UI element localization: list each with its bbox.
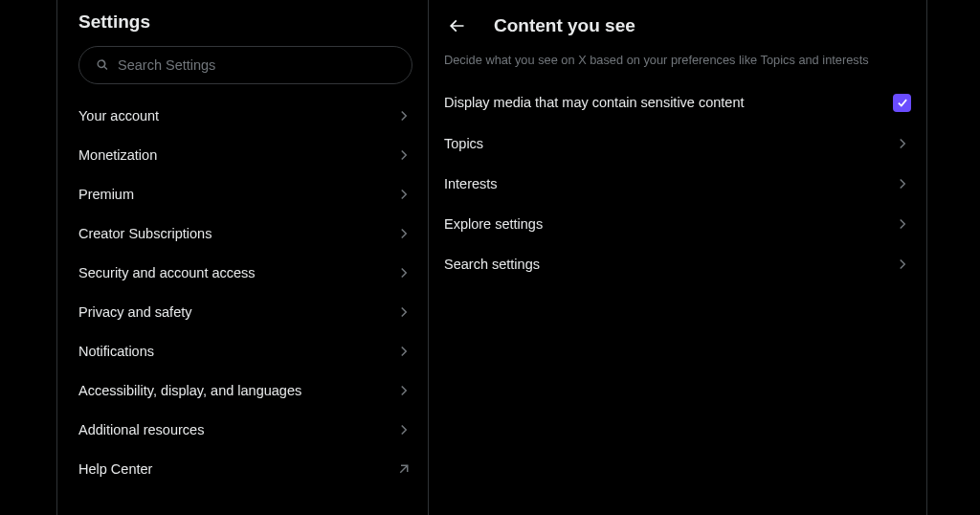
sidebar-item-notifications[interactable]: Notifications: [57, 331, 428, 370]
sidebar-item-label: Your account: [78, 108, 159, 123]
chevron-right-icon: [395, 382, 412, 399]
chevron-right-icon: [894, 215, 911, 233]
left-rail-spacer: [0, 0, 57, 515]
sidebar-item-label: Additional resources: [78, 422, 204, 437]
check-icon: [896, 96, 909, 109]
svg-line-0: [400, 465, 408, 473]
chevron-right-icon: [894, 256, 911, 273]
chevron-right-icon: [395, 146, 412, 164]
chevron-right-icon: [395, 107, 412, 124]
chevron-right-icon: [395, 264, 412, 281]
sidebar-item-label: Monetization: [78, 147, 157, 163]
external-link-icon: [395, 460, 412, 478]
sensitive-media-toggle-row[interactable]: Display media that may contain sensitive…: [429, 82, 926, 123]
content-row-explore-settings[interactable]: Explore settings: [429, 204, 926, 244]
sidebar-item-label: Premium: [78, 187, 134, 202]
sidebar-item-premium[interactable]: Premium: [57, 174, 428, 213]
back-button[interactable]: [440, 10, 473, 42]
chevron-right-icon: [395, 303, 412, 321]
arrow-left-icon: [447, 16, 466, 35]
content-row-label: Interests: [444, 176, 498, 191]
settings-list: Your account Monetization Premium Creato…: [57, 90, 428, 488]
chevron-right-icon: [894, 175, 911, 192]
sidebar-item-label: Help Center: [78, 461, 152, 477]
chevron-right-icon: [395, 186, 412, 203]
sensitive-media-checkbox[interactable]: [893, 94, 911, 112]
sidebar-item-label: Accessibility, display, and languages: [78, 383, 301, 398]
chevron-right-icon: [395, 421, 412, 438]
sidebar-item-additional-resources[interactable]: Additional resources: [57, 410, 428, 449]
sidebar-item-accessibility[interactable]: Accessibility, display, and languages: [57, 370, 428, 410]
content-description: Decide what you see on X based on your p…: [429, 50, 926, 82]
sidebar-item-help-center[interactable]: Help Center: [57, 449, 428, 488]
search-settings-input-wrap[interactable]: [78, 46, 412, 84]
sidebar-item-label: Security and account access: [78, 265, 256, 280]
content-column: Content you see Decide what you see on X…: [429, 0, 927, 515]
sidebar-item-privacy-safety[interactable]: Privacy and safety: [57, 292, 428, 331]
content-title: Content you see: [494, 15, 635, 36]
sidebar-item-security[interactable]: Security and account access: [57, 253, 428, 292]
search-icon: [95, 57, 110, 73]
chevron-right-icon: [395, 343, 412, 360]
right-rail-spacer: [927, 0, 980, 515]
sidebar-item-creator-subscriptions[interactable]: Creator Subscriptions: [57, 213, 428, 253]
chevron-right-icon: [395, 225, 412, 242]
content-row-label: Topics: [444, 136, 483, 151]
content-row-label: Search settings: [444, 257, 540, 272]
sidebar-item-label: Privacy and safety: [78, 304, 191, 320]
search-container: [57, 42, 428, 90]
content-row-topics[interactable]: Topics: [429, 123, 926, 164]
sensitive-media-label: Display media that may contain sensitive…: [444, 95, 745, 110]
sidebar-item-label: Creator Subscriptions: [78, 226, 212, 241]
content-row-label: Explore settings: [444, 216, 543, 232]
settings-title: Settings: [57, 0, 428, 42]
content-row-interests[interactable]: Interests: [429, 164, 926, 204]
search-settings-input[interactable]: [118, 57, 396, 73]
content-row-search-settings[interactable]: Search settings: [429, 244, 926, 284]
sidebar-item-your-account[interactable]: Your account: [57, 96, 428, 135]
content-header: Content you see: [429, 0, 926, 50]
chevron-right-icon: [894, 135, 911, 152]
settings-column: Settings Your account Monetization Premi…: [57, 0, 429, 515]
sidebar-item-monetization[interactable]: Monetization: [57, 135, 428, 174]
sidebar-item-label: Notifications: [78, 344, 154, 359]
